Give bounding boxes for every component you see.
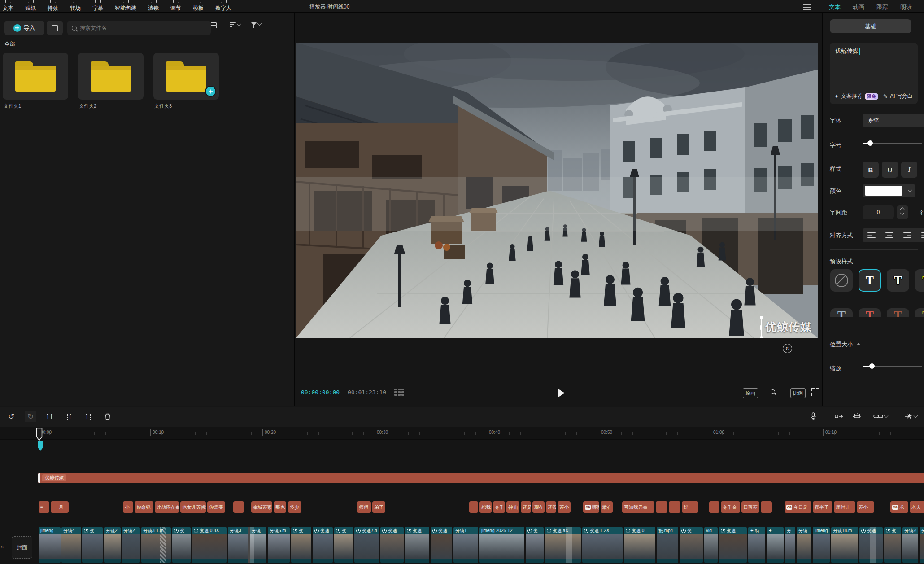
italic-button[interactable]: I — [901, 162, 917, 178]
menu-icon[interactable] — [803, 3, 811, 11]
video-clip[interactable]: 变速 — [380, 527, 404, 563]
menu-tab-转场[interactable]: 转场 — [70, 0, 81, 12]
subtitle-clip[interactable]: 一 月 — [51, 501, 69, 513]
subtitle-clip[interactable]: 恕我 — [479, 501, 492, 513]
subtitle-clip[interactable]: 还是 — [521, 501, 531, 513]
subtitle-clip[interactable]: 老夫 — [910, 501, 924, 513]
video-clip[interactable]: 变 — [291, 527, 311, 563]
sort-button[interactable] — [230, 22, 240, 27]
video-clip[interactable]: 变 — [334, 527, 353, 563]
subtitle-clip[interactable]: 师傅 — [357, 501, 371, 513]
video-clip[interactable]: 变 — [526, 527, 544, 563]
subtitle-clip[interactable]: 你命犯 — [135, 501, 153, 513]
subtitle-clip[interactable]: 你需要 — [207, 501, 225, 513]
subtitle-clip[interactable]: 还没 — [546, 501, 556, 513]
transition-indicator[interactable] — [160, 527, 166, 563]
subtitle-clip[interactable]: 届时让 — [834, 501, 855, 513]
subtitle-clip[interactable]: 苏小 — [558, 501, 571, 513]
copy-suggest-row[interactable]: ✦ 文案推荐 限免 ✎ AI 写旁白 — [834, 92, 913, 100]
subtitle-clip[interactable]: 神仙 — [506, 501, 519, 513]
video-clip[interactable]: 分镜3-1.m — [141, 527, 171, 563]
preset-style-1[interactable] — [830, 269, 853, 292]
video-clip[interactable]: 分镜5.m — [268, 527, 290, 563]
subtitle-clip[interactable] — [761, 501, 772, 513]
video-clip[interactable]: 变速7.m — [354, 527, 379, 563]
subtitle-clip[interactable] — [656, 501, 667, 513]
zoom-fit-button[interactable] — [769, 388, 778, 397]
subtitle-clip[interactable] — [469, 501, 478, 513]
media-library-button[interactable] — [47, 21, 63, 35]
folder-item[interactable]: 文件夹2 — [78, 53, 144, 109]
link-icon[interactable] — [872, 411, 889, 422]
inspector-tab-朗读[interactable]: 朗读 — [900, 3, 912, 11]
subtitle-clip[interactable] — [709, 501, 719, 513]
split-left-icon[interactable]: [ — [63, 411, 75, 422]
menu-tab-特效[interactable]: 特效 — [48, 0, 58, 12]
aspect-ratio-button[interactable]: 比例 — [790, 388, 806, 398]
video-clip[interactable]: jimeng-2025-12 — [479, 527, 524, 563]
subtitle-clip[interactable]: 小 — [123, 501, 133, 513]
preset-style-3[interactable]: T — [887, 269, 909, 292]
video-clip[interactable]: 变速 — [405, 527, 429, 563]
add-badge-icon[interactable] — [205, 86, 216, 97]
menu-tab-模板[interactable]: 模板 — [193, 0, 204, 12]
subtitle-clip[interactable]: 多少 — [288, 501, 301, 513]
subtitle-clip[interactable]: 苏小 — [857, 501, 874, 513]
video-clip[interactable]: 变速 aX — [545, 527, 581, 563]
video-clip[interactable]: 变 — [172, 527, 191, 563]
redo-icon[interactable]: ↻ — [25, 411, 36, 422]
align-option-align-right[interactable] — [898, 228, 916, 242]
video-clip[interactable]: 变 — [884, 527, 901, 563]
transition-indicator[interactable] — [566, 527, 572, 563]
video-clip[interactable]: 变 — [680, 527, 703, 563]
fullscreen-icon[interactable] — [811, 388, 819, 396]
menu-tab-字幕[interactable]: 字幕 — [92, 0, 103, 12]
subtitle-clip[interactable]: 好一 — [682, 501, 698, 513]
subtitle-clip[interactable] — [233, 501, 244, 513]
split-icon[interactable]: ][ — [44, 411, 56, 422]
inspector-tab-跟踪[interactable]: 跟踪 — [876, 3, 888, 11]
undo-icon[interactable]: ↺ — [5, 411, 17, 422]
subtitle-clip[interactable]: 他女儿苏倾城 — [180, 501, 206, 513]
rotate-handle-icon[interactable]: ↻ — [783, 344, 792, 353]
teal-marker-pin[interactable] — [37, 440, 44, 453]
folder-item[interactable]: 文件夹3 — [153, 53, 219, 109]
scale-slider[interactable] — [863, 363, 922, 369]
preset-style-row2-3[interactable]: T — [887, 308, 909, 317]
video-clip[interactable]: 变速 — [719, 527, 747, 563]
menu-tab-智能包装[interactable]: 智能包装 — [115, 0, 136, 12]
text-content-input[interactable]: 优鲸传媒 ✦ 文案推荐 限免 ✎ AI 写旁白 — [830, 43, 918, 104]
align-option-align-justify[interactable] — [916, 228, 924, 242]
subtitle-clip[interactable]: ≡ — [39, 501, 49, 513]
auto-link-icon[interactable] — [851, 411, 863, 422]
subtitle-clip[interactable] — [669, 501, 680, 513]
video-clip[interactable]: 分镜1 — [453, 527, 478, 563]
bold-button[interactable]: B — [863, 162, 879, 178]
video-clip[interactable]: 分镜2- — [122, 527, 140, 563]
main-text-clip[interactable]: 优鲸传媒 — [38, 473, 924, 483]
preset-style-4[interactable]: T — [915, 269, 924, 292]
video-clip[interactable]: 分镜21 — [920, 527, 924, 563]
video-clip[interactable]: 分镜2 — [104, 527, 121, 563]
video-clip[interactable]: 变速 0.8X — [192, 527, 227, 563]
video-clip[interactable]: 分镜18.m — [831, 527, 858, 563]
subtitle-clip[interactable]: Aa今日是 — [785, 501, 811, 513]
inspector-tab-文本[interactable]: 文本 — [829, 3, 841, 11]
preset-style-row2-2[interactable]: T — [859, 308, 881, 317]
preset-style-row2-1[interactable]: T — [830, 308, 853, 317]
collapse-arrow-icon[interactable] — [857, 343, 860, 345]
align-option-align-center[interactable] — [880, 228, 898, 242]
import-button[interactable]: 导入 — [4, 21, 44, 35]
video-clip[interactable]: 分镜3- — [228, 527, 248, 563]
original-quality-button[interactable]: 原画 — [743, 388, 758, 398]
search-input[interactable]: 搜索文件名 — [67, 21, 211, 35]
view-toggle-button[interactable] — [211, 22, 217, 28]
folder-item[interactable]: 文件夹1 — [3, 53, 68, 109]
underline-button[interactable]: U — [882, 162, 898, 178]
font-size-slider[interactable] — [863, 140, 922, 146]
frame-grid-icon[interactable] — [394, 389, 404, 396]
transition-indicator[interactable] — [870, 527, 876, 563]
preset-style-2[interactable]: T — [859, 269, 881, 292]
menu-tab-文本[interactable]: 文本 — [3, 0, 13, 12]
overlay-selection-handle[interactable] — [761, 318, 762, 337]
